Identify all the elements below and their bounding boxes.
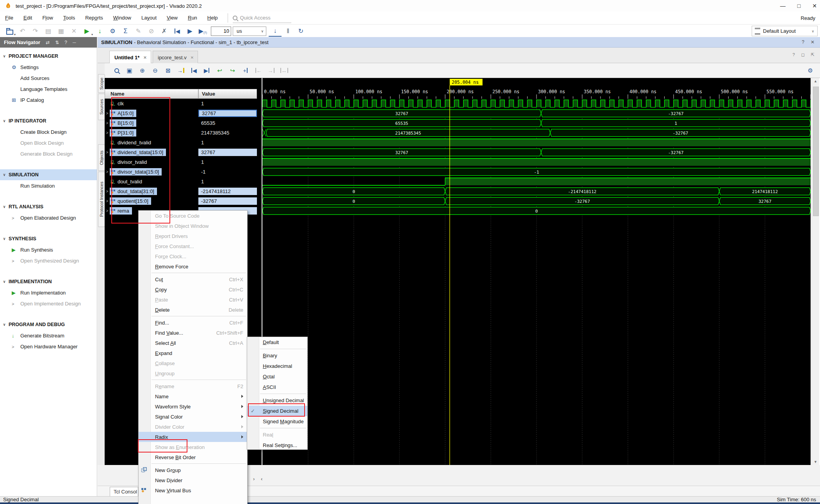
report-sum-icon[interactable]: Σ <box>119 26 132 36</box>
generate-bitstream-icon[interactable]: ↓ <box>93 26 106 36</box>
open-file-icon[interactable]: ▾ <box>3 26 16 36</box>
menu-run[interactable]: Run <box>183 12 202 24</box>
flow-section-ip-integrator[interactable]: ∨IP INTEGRATOR <box>0 115 97 126</box>
minimize-icon[interactable]: ─ <box>73 40 76 45</box>
menu-view[interactable]: View <box>162 12 183 24</box>
side-tab-protocol-instances[interactable]: Protocol Instances <box>98 172 105 227</box>
menu-item-expand[interactable]: Expand <box>139 348 247 358</box>
waveform-canvas[interactable]: 0.000 ns50.000 ns100.000 ns150.000 ns200… <box>262 78 811 465</box>
menu-item-remove-force[interactable]: Remove Force <box>139 261 247 272</box>
signal-value[interactable]: 32767 <box>198 110 257 117</box>
flow-section-rtl-analysis[interactable]: ∨RTL ANALYSIS <box>0 201 97 212</box>
flow-section-synthesis[interactable]: ∨SYNTHESIS <box>0 233 97 244</box>
go-to-end-icon[interactable]: ▶ <box>200 66 213 76</box>
flow-item-run-synthesis[interactable]: ▶Run Synthesis <box>0 244 97 255</box>
maximize-button[interactable]: □ <box>797 3 800 9</box>
paste-icon[interactable]: ▦ <box>55 26 68 36</box>
signal-value[interactable]: -32767 <box>198 197 257 205</box>
pane-float-icon[interactable]: ◻ <box>801 52 805 57</box>
time-unit-select[interactable]: us∨ <box>233 27 266 36</box>
tab-untitled-1[interactable]: Untitled 1* ✕ <box>109 51 151 64</box>
scroll-down-icon[interactable]: ▼ <box>812 460 819 464</box>
help-icon[interactable]: ? <box>64 40 67 45</box>
save-icon[interactable]: ▣ <box>123 66 136 76</box>
quick-access-search[interactable]: Quick Access <box>233 13 291 23</box>
menu-help[interactable]: Help <box>202 12 223 24</box>
edit-disabled-icon[interactable]: ✎ <box>132 26 145 36</box>
collapse-icon[interactable]: ⇄ <box>46 40 50 45</box>
expand-icon[interactable]: ⇅ <box>55 40 59 45</box>
flow-section-simulation[interactable]: ∨SIMULATION <box>0 169 97 180</box>
help-icon[interactable]: ? <box>802 39 804 45</box>
swap-left-icon[interactable]: ← <box>252 66 265 76</box>
menu-item-find-value[interactable]: Find Value...Ctrl+Shift+F <box>139 328 247 338</box>
copy-icon[interactable]: ▤ <box>42 26 55 36</box>
menu-tools[interactable]: Tools <box>58 12 80 24</box>
flow-section-project-manager[interactable]: ∨PROJECT MANAGER <box>0 51 97 62</box>
wave-settings-gear-icon[interactable]: ⚙ <box>808 67 813 74</box>
tab-close-icon[interactable]: ✕ <box>191 55 194 60</box>
radix-option-binary[interactable]: Binary <box>247 350 307 361</box>
close-button[interactable]: ✕ <box>812 3 817 9</box>
scroll-up-icon[interactable]: ▲ <box>812 79 819 83</box>
flow-section-implementation[interactable]: ∨IMPLEMENTATION <box>0 276 97 287</box>
radix-option-default[interactable]: Default <box>247 337 307 348</box>
zoom-in-icon[interactable]: ⊕ <box>136 66 149 76</box>
signal-value[interactable]: 32767 <box>198 149 257 156</box>
menu-edit[interactable]: Edit <box>18 12 37 24</box>
flow-item-ip-catalog[interactable]: ⊞IP Catalog <box>0 94 97 105</box>
side-tab-sources[interactable]: Sources <box>98 94 105 120</box>
menu-item-waveform-style[interactable]: Waveform Style <box>139 401 247 412</box>
menu-reports[interactable]: Reports <box>80 12 108 24</box>
menu-layout[interactable]: Layout <box>136 12 162 24</box>
settings-gear-icon[interactable]: ⚙ <box>106 26 119 36</box>
flow-item-language-templates[interactable]: Language Templates <box>0 83 97 94</box>
menu-item-new-virtual-bus[interactable]: New Virtual Bus <box>139 485 247 495</box>
flow-item-run-simulation[interactable]: Run Simulation <box>0 180 97 191</box>
zoom-fit-icon[interactable]: ⊠ <box>162 66 175 76</box>
menu-item-signal-color[interactable]: Signal Color <box>139 412 247 422</box>
menu-item-select-all[interactable]: Select AllCtrl+A <box>139 338 247 348</box>
run-time-input[interactable] <box>211 27 231 36</box>
radix-option-octal[interactable]: Octal <box>247 371 307 382</box>
add-marker-icon[interactable]: + <box>239 66 252 76</box>
zoom-to-cursor-icon[interactable]: → <box>175 66 187 76</box>
breakpoint-icon[interactable]: ✗ <box>158 26 171 36</box>
expand-icon[interactable]: > <box>105 111 110 115</box>
pause-icon[interactable]: ‖ <box>282 26 294 36</box>
slash-disabled-icon[interactable]: ⊘ <box>145 26 158 36</box>
menu-window[interactable]: Window <box>108 12 136 24</box>
expand-icon[interactable]: > <box>105 131 110 135</box>
pane-maximize-icon[interactable]: ⇱ <box>811 52 815 57</box>
signal-value[interactable]: 1 <box>198 178 257 185</box>
menu-item-delete[interactable]: DeleteDelete <box>139 305 247 315</box>
menu-file[interactable]: File <box>0 12 18 24</box>
tab-close-icon[interactable]: ✕ <box>143 55 146 60</box>
menu-item-copy[interactable]: CopyCtrl+C <box>139 284 247 295</box>
scrollbar-thumb[interactable] <box>813 87 819 216</box>
menu-item-reverse-bit-order[interactable]: Reverse Bit Order <box>139 452 247 462</box>
radix-option-hexadecimal[interactable]: Hexadecimal <box>247 361 307 371</box>
signal-value[interactable]: -1 <box>198 168 257 176</box>
radix-option-signed-magnitude[interactable]: Signed Magnitude <box>247 416 307 427</box>
side-tab-objects[interactable]: Objects <box>98 144 105 171</box>
signal-value[interactable]: 65535 <box>198 119 257 127</box>
signal-value[interactable]: -2147418112 <box>198 188 257 195</box>
zoom-out-icon[interactable]: ⊖ <box>149 66 162 76</box>
previous-transition-icon[interactable]: ↩ <box>213 66 226 76</box>
next-transition-icon[interactable]: ↪ <box>226 66 239 76</box>
expand-icon[interactable]: > <box>105 170 110 174</box>
restart-icon[interactable]: ◀ <box>171 26 184 36</box>
close-pane-icon[interactable]: ✕ <box>811 39 815 45</box>
side-tab-scope[interactable]: Scope <box>98 74 105 93</box>
menu-item-new-group[interactable]: New Group <box>139 465 247 475</box>
signal-value[interactable]: 2147385345 <box>198 129 257 137</box>
tab-ipcore-test-v[interactable]: ipcore_test.v ✕ <box>153 51 198 64</box>
flow-item-open-elaborated-design[interactable]: >Open Elaborated Design <box>0 212 97 223</box>
flow-section-program-and-debug[interactable]: ∨PROGRAM AND DEBUG <box>0 319 97 330</box>
redo-icon[interactable]: ↷ <box>29 26 42 36</box>
signal-value[interactable]: 1 <box>198 158 257 166</box>
flow-item-run-implementation[interactable]: ▶Run Implementation <box>0 287 97 298</box>
relaunch-icon[interactable]: ↻ <box>294 26 307 36</box>
span-markers-icon[interactable]: ↔ <box>278 66 291 76</box>
